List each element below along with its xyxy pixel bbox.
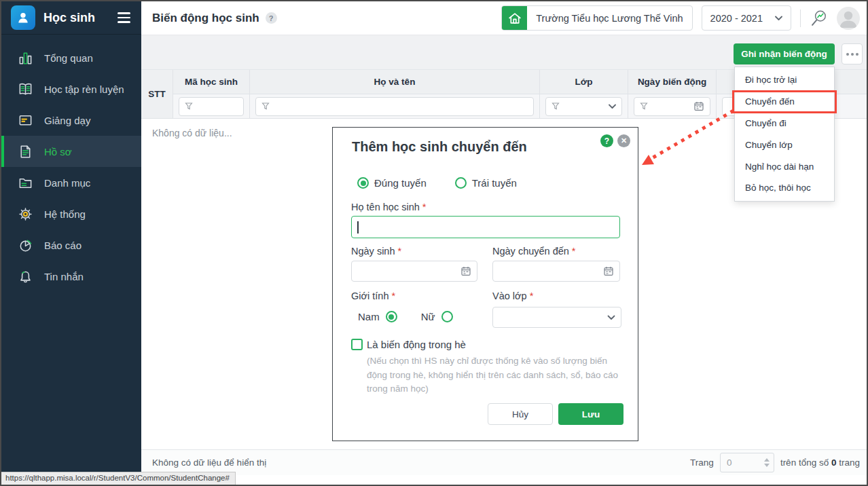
funnel-icon <box>261 102 270 110</box>
sidebar-item-label: Báo cáo <box>44 240 82 251</box>
user-silhouette-icon <box>837 7 860 30</box>
class-select[interactable] <box>492 307 621 328</box>
hamburger-menu-icon[interactable] <box>116 10 132 26</box>
sidebar-item-ho-so[interactable]: Hồ sơ <box>1 136 141 167</box>
menu-item-chuyen-di[interactable]: Chuyển đi <box>735 113 834 134</box>
column-header-ho-va-ten[interactable]: Họ và tên <box>250 70 540 94</box>
filter-input-name[interactable] <box>255 97 534 116</box>
column-header-ngay-bien-dong[interactable]: Ngày biến động <box>628 70 717 94</box>
column-header-last <box>835 70 868 94</box>
save-button[interactable]: Lưu <box>558 403 623 425</box>
topbar-right: Trường Tiểu học Lương Thế Vinh 2020 - 20… <box>501 5 860 31</box>
modal-help-icon[interactable]: ? <box>600 134 613 147</box>
dob-label: Ngày sinh* <box>351 246 401 257</box>
sidebar-item-label: Giảng dạy <box>44 115 90 126</box>
page-number-input[interactable] <box>727 457 757 468</box>
radio-trai-tuyen[interactable] <box>455 177 467 189</box>
funnel-icon <box>640 102 648 110</box>
menu-item-nghi-hoc-dai-han[interactable]: Nghỉ học dài hạn <box>735 155 834 177</box>
student-icon <box>15 10 31 26</box>
total-pages-text: trên tổng số 0 trang <box>780 457 860 468</box>
sidebar: Học sinh Tổng quan Học tập rèn luyện <box>1 1 141 485</box>
column-header-lop[interactable]: Lớp <box>540 70 628 94</box>
bar-chart-icon <box>16 50 35 66</box>
sidebar-item-tin-nhan[interactable]: Tin nhắn <box>1 261 141 292</box>
menu-item-chuyen-lop[interactable]: Chuyển lớp <box>735 134 834 155</box>
sidebar-item-tong-quan[interactable]: Tổng quan <box>1 42 141 73</box>
toolbar: Ghi nhận biến động <box>141 35 868 69</box>
spinner-arrows-icon[interactable] <box>763 457 771 468</box>
summer-change-note: (Nếu chọn thì HS này chỉ được thống kê v… <box>367 354 626 396</box>
dob-input[interactable] <box>351 261 477 282</box>
filter-cell-name <box>250 94 540 119</box>
radio-nu[interactable] <box>441 311 453 322</box>
ellipsis-icon <box>846 53 849 56</box>
help-icon[interactable]: ? <box>266 12 277 24</box>
column-header-stt[interactable]: STT <box>141 70 173 119</box>
page-title: Biến động học sinh <box>152 12 259 25</box>
footer-bar: Không có dữ liệu để hiển thị Trang trên … <box>141 449 868 475</box>
modal-title: Thêm học sinh chuyển đến <box>352 139 527 155</box>
chevron-down-icon <box>607 315 615 320</box>
summer-change-label: Là biến động trong hè <box>367 339 466 350</box>
filter-select-class[interactable] <box>545 97 622 116</box>
radio-label: Trái tuyến <box>472 177 517 189</box>
record-change-button[interactable]: Ghi nhận biến động <box>734 43 835 64</box>
app-window: Học sinh Tổng quan Học tập rèn luyện <box>0 0 868 486</box>
student-name-label: Họ tên học sinh* <box>351 202 426 212</box>
sidebar-item-he-thong[interactable]: Hệ thống <box>1 198 141 229</box>
pie-chart-icon <box>16 238 35 253</box>
menu-item-di-hoc-tro-lai[interactable]: Đi học trở lại <box>735 69 834 91</box>
search-analytics-icon[interactable] <box>810 9 828 28</box>
radio-nam[interactable] <box>386 311 397 322</box>
sidebar-item-hoc-tap-ren-luyen[interactable]: Học tập rèn luyện <box>1 73 141 105</box>
sidebar-item-label: Hồ sơ <box>44 146 72 157</box>
filter-cell-class <box>540 94 628 119</box>
sidebar-item-label: Tổng quan <box>44 52 93 64</box>
sidebar-nav: Tổng quan Học tập rèn luyện Giảng dạy Hồ… <box>1 35 141 292</box>
summer-change-checkbox[interactable] <box>351 339 363 350</box>
book-icon <box>16 81 35 97</box>
school-home-icon <box>502 5 527 31</box>
more-options-button[interactable] <box>842 43 863 64</box>
text-caret <box>357 221 359 233</box>
page-number-stepper[interactable] <box>720 453 774 472</box>
pagination: Trang trên tổng số 0 trang <box>690 453 860 472</box>
school-selector[interactable]: Trường Tiểu học Lương Thế Vinh <box>501 5 692 31</box>
sidebar-header: Học sinh <box>1 1 141 35</box>
filter-input-code[interactable] <box>179 97 244 116</box>
column-header-ma-hoc-sinh[interactable]: Mã học sinh <box>173 70 250 94</box>
funnel-icon <box>185 102 193 110</box>
sidebar-item-danh-muc[interactable]: Danh mục <box>1 167 141 198</box>
sidebar-item-label: Học tập rèn luyện <box>44 83 124 95</box>
calendar-icon <box>693 101 704 111</box>
school-year-select[interactable]: 2020 - 2021 <box>702 5 791 31</box>
student-name-input[interactable] <box>351 216 620 238</box>
modal-close-icon[interactable]: ✕ <box>617 134 630 147</box>
chevron-down-icon <box>609 104 616 109</box>
cancel-button[interactable]: Hủy <box>488 403 553 425</box>
school-year-value: 2020 - 2021 <box>710 13 763 24</box>
module-title: Học sinh <box>43 11 116 25</box>
calendar-icon <box>603 266 614 276</box>
radio-dung-tuyen[interactable] <box>357 177 369 189</box>
filter-cell-code <box>173 94 250 119</box>
sidebar-item-giang-day[interactable]: Giảng dạy <box>1 105 141 136</box>
app-logo[interactable] <box>11 5 35 30</box>
sidebar-item-bao-cao[interactable]: Báo cáo <box>1 229 141 261</box>
funnel-icon <box>551 102 560 110</box>
gear-icon <box>16 206 35 222</box>
browser-status-bar: https://qlthapp.misa.local/r/StudentV3/C… <box>1 472 236 485</box>
sidebar-item-label: Hệ thống <box>44 208 86 220</box>
folder-icon <box>16 175 35 191</box>
filter-date-input[interactable] <box>634 97 710 116</box>
avatar[interactable] <box>837 7 860 30</box>
chevron-down-icon <box>775 16 782 21</box>
radio-label: Đúng tuyến <box>374 177 427 189</box>
radio-label: Nam <box>358 311 380 322</box>
menu-item-chuyen-den[interactable]: Chuyển đến <box>735 91 834 113</box>
filter-cell-date <box>628 94 717 119</box>
transfer-date-input[interactable] <box>492 261 620 282</box>
menu-item-bo-hoc-thoi-hoc[interactable]: Bỏ học, thôi học <box>735 177 834 199</box>
gender-radio-group: Nam Nữ <box>358 311 453 322</box>
